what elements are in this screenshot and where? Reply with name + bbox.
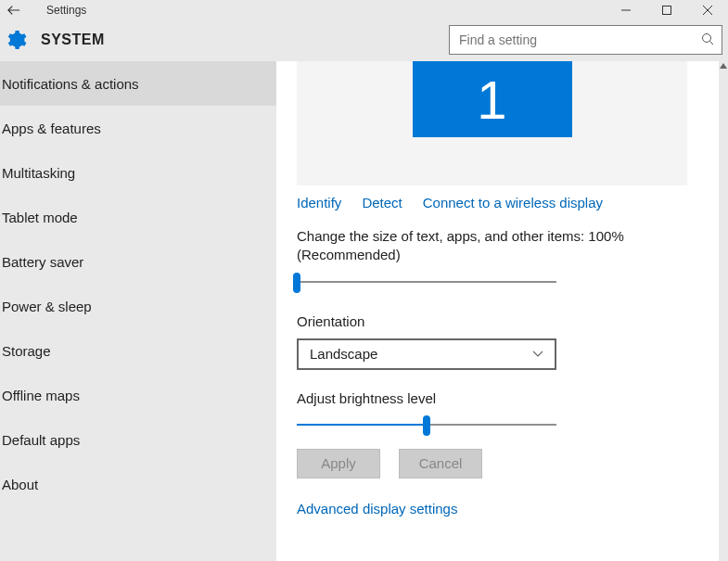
sidebar-item-label: Offline maps <box>2 388 80 403</box>
sidebar-item-label: Apps & features <box>2 121 101 136</box>
page-title: SYSTEM <box>41 32 105 48</box>
sidebar-item[interactable]: Default apps <box>0 417 276 462</box>
identify-link[interactable]: Identify <box>297 195 341 210</box>
slider-thumb[interactable] <box>293 273 300 293</box>
sidebar-item[interactable]: About <box>0 462 276 506</box>
slider-thumb[interactable] <box>423 415 430 436</box>
svg-rect-0 <box>663 6 671 15</box>
arrow-left-icon <box>7 5 20 16</box>
sidebar-item-label: Storage <box>2 343 51 359</box>
maximize-icon <box>662 6 671 15</box>
orientation-select[interactable]: Landscape <box>297 338 556 370</box>
apply-cancel-row: Apply Cancel <box>297 449 719 478</box>
close-icon <box>703 6 712 15</box>
sidebar-item[interactable]: Offline maps <box>0 373 276 417</box>
sidebar-item[interactable]: Power & sleep <box>0 284 276 328</box>
minimize-button[interactable] <box>606 0 646 20</box>
monitor-tile[interactable]: 1 <box>413 61 572 137</box>
close-button[interactable] <box>687 0 728 20</box>
slider-track <box>297 281 556 283</box>
sidebar-item[interactable]: Storage <box>0 328 276 373</box>
sidebar-item-label: Multitasking <box>2 165 75 181</box>
sidebar-item-label: Tablet mode <box>2 210 78 225</box>
sidebar-item[interactable]: Tablet mode <box>0 195 276 239</box>
apply-button[interactable]: Apply <box>297 449 380 478</box>
detect-link[interactable]: Detect <box>362 195 402 210</box>
chevron-down-icon <box>532 351 543 358</box>
monitor-number: 1 <box>477 69 506 131</box>
titlebar: Settings <box>0 0 728 20</box>
brightness-slider[interactable] <box>297 415 556 434</box>
scroll-up-arrow-icon[interactable] <box>719 61 728 70</box>
sidebar-item[interactable]: Battery saver <box>0 239 276 284</box>
scale-slider[interactable] <box>297 273 556 291</box>
sidebar-item-label: Notifications & actions <box>2 76 139 92</box>
orientation-value: Landscape <box>310 346 377 362</box>
connect-wireless-link[interactable]: Connect to a wireless display <box>423 195 603 210</box>
window-title: Settings <box>46 4 86 17</box>
search-box[interactable] <box>449 25 722 55</box>
content-scrollbar[interactable] <box>719 61 728 561</box>
header: SYSTEM <box>0 20 728 61</box>
settings-gear-icon <box>4 28 28 52</box>
orientation-label: Orientation <box>297 313 719 329</box>
minimize-icon <box>621 6 631 15</box>
sidebar-item[interactable]: Apps & features <box>0 106 276 150</box>
window-controls <box>606 0 728 20</box>
back-button[interactable] <box>6 2 22 19</box>
svg-point-1 <box>703 33 711 42</box>
sidebar-item-label: Battery saver <box>2 254 83 270</box>
sidebar-item-label: Power & sleep <box>2 299 92 314</box>
display-link-row: Identify Detect Connect to a wireless di… <box>297 195 719 210</box>
display-preview: 1 <box>297 61 687 185</box>
search-icon <box>701 32 714 48</box>
advanced-display-link[interactable]: Advanced display settings <box>297 501 457 516</box>
sidebar-item[interactable]: Notifications & actions <box>0 61 276 106</box>
sidebar-item-label: Default apps <box>2 432 80 448</box>
sidebar-item[interactable]: Multitasking <box>0 150 276 195</box>
search-input[interactable] <box>459 32 701 47</box>
brightness-label: Adjust brightness level <box>297 390 719 406</box>
sidebar: Notifications & actionsApps & featuresMu… <box>0 61 276 561</box>
cancel-button[interactable]: Cancel <box>399 449 482 478</box>
sidebar-item-label: About <box>2 477 38 492</box>
slider-fill <box>297 424 427 426</box>
maximize-button[interactable] <box>646 0 687 20</box>
scale-label: Change the size of text, apps, and other… <box>297 227 631 265</box>
content-area: 1 Identify Detect Connect to a wireless … <box>276 61 719 561</box>
